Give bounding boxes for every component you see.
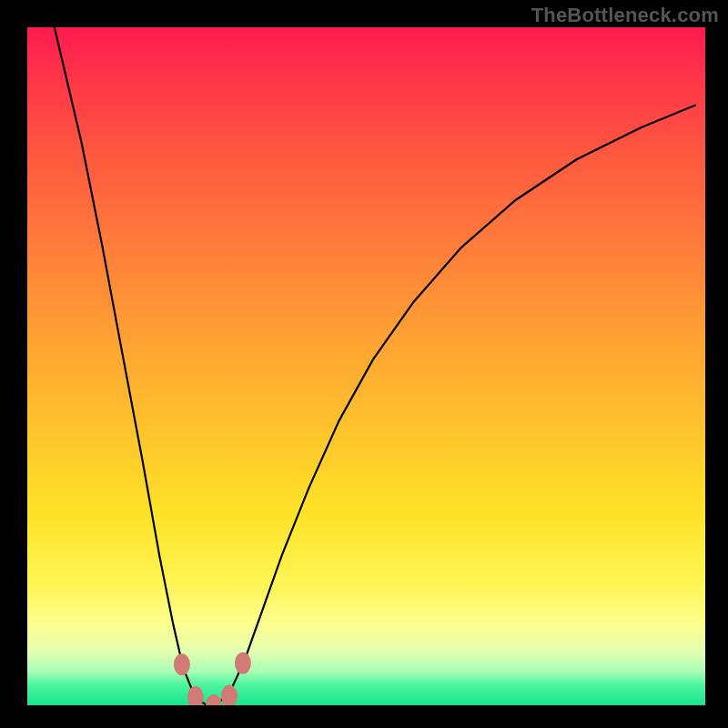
curve-marker [187, 686, 204, 705]
bottleneck-curve [55, 27, 695, 705]
plot-area [27, 27, 705, 705]
watermark-text: TheBottleneck.com [531, 4, 719, 27]
curve-marker [174, 653, 190, 675]
curve-layer [27, 27, 705, 705]
curve-marker [206, 694, 222, 705]
chart-frame: TheBottleneck.com [0, 0, 728, 728]
curve-marker [221, 685, 238, 705]
curve-marker [235, 652, 251, 674]
curve-markers [174, 652, 251, 705]
